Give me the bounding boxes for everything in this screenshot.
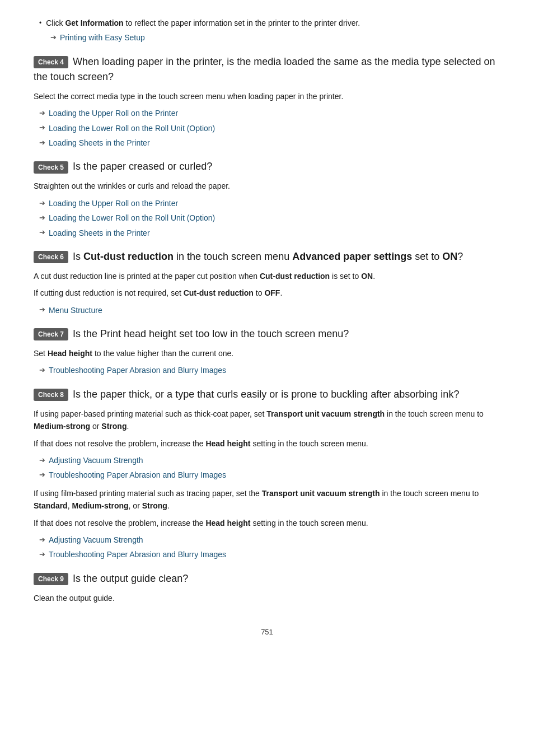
arrow-icon: ➔ [39, 549, 45, 561]
check8-badge: Check 8 [34, 389, 68, 401]
intro-text: Click Get Information to reflect the pap… [46, 17, 360, 29]
upper-roll-link-1[interactable]: Loading the Upper Roll on the Printer [49, 107, 178, 119]
intro-link-row: ➔ Printing with Easy Setup [50, 31, 500, 44]
check4-section: Check 4When loading paper in the printer… [34, 54, 500, 150]
check6-badge: Check 6 [34, 251, 68, 263]
get-info-bold: Get Information [65, 18, 123, 27]
check5-body: Straighten out the wrinkles or curls and… [34, 180, 500, 192]
check8-links2: ➔ Adjusting Vacuum Strength ➔ Troublesho… [34, 534, 500, 561]
check6-link-1: ➔ Menu Structure [39, 304, 500, 316]
troubleshoot-abrasion-link-2[interactable]: Troubleshooting Paper Abrasion and Blurr… [49, 469, 226, 481]
check8-link-1: ➔ Adjusting Vacuum Strength [39, 454, 500, 466]
arrow-icon: ➔ [39, 122, 45, 134]
check9-body: Clean the output guide. [34, 592, 500, 604]
lower-roll-link-2[interactable]: Loading the Lower Roll on the Roll Unit … [49, 212, 215, 224]
check4-badge: Check 4 [34, 56, 68, 68]
check8-link-3: ➔ Adjusting Vacuum Strength [39, 534, 500, 546]
adjusting-vacuum-link-2[interactable]: Adjusting Vacuum Strength [49, 534, 143, 546]
check7-heading: Check 7Is the Print head height set too … [34, 326, 500, 342]
check7-section: Check 7Is the Print head height set too … [34, 326, 500, 377]
printing-easy-setup-link[interactable]: Printing with Easy Setup [60, 31, 145, 44]
troubleshoot-abrasion-link-3[interactable]: Troubleshooting Paper Abrasion and Blurr… [49, 548, 226, 561]
arrow-icon: ➔ [39, 198, 45, 209]
check4-links: ➔ Loading the Upper Roll on the Printer … [34, 107, 500, 149]
check7-links: ➔ Troubleshooting Paper Abrasion and Blu… [34, 364, 500, 376]
check9-badge: Check 9 [34, 573, 68, 585]
arrow-icon: ➔ [39, 304, 45, 316]
arrow-icon: ➔ [39, 534, 45, 546]
check4-heading: Check 4When loading paper in the printer… [34, 54, 500, 85]
sheets-link-2[interactable]: Loading Sheets in the Printer [49, 227, 150, 239]
intro-bullet: • Click Get Information to reflect the p… [39, 17, 500, 29]
sheets-link-1[interactable]: Loading Sheets in the Printer [49, 137, 150, 149]
check9-section: Check 9Is the output guide clean? Clean … [34, 571, 500, 604]
check4-link-2: ➔ Loading the Lower Roll on the Roll Uni… [39, 122, 500, 134]
check5-link-1: ➔ Loading the Upper Roll on the Printer [39, 197, 500, 209]
arrow-icon: ➔ [39, 108, 45, 119]
check8-link-2: ➔ Troubleshooting Paper Abrasion and Blu… [39, 469, 500, 481]
check8-links1: ➔ Adjusting Vacuum Strength ➔ Troublesho… [34, 454, 500, 482]
check4-link-1: ➔ Loading the Upper Roll on the Printer [39, 107, 500, 119]
arrow-icon: ➔ [39, 137, 45, 149]
check8-body4: If that does not resolve the problem, in… [34, 517, 500, 529]
check4-body: Select the correct media type in the tou… [34, 90, 500, 102]
check8-body3: If using film-based printing material su… [34, 487, 500, 512]
check8-heading: Check 8Is the paper thick, or a type tha… [34, 387, 500, 402]
intro-section: • Click Get Information to reflect the p… [34, 17, 500, 44]
check5-links: ➔ Loading the Upper Roll on the Printer … [34, 197, 500, 239]
check7-link-1: ➔ Troubleshooting Paper Abrasion and Blu… [39, 364, 500, 376]
check9-heading: Check 9Is the output guide clean? [34, 571, 500, 586]
check5-link-2: ➔ Loading the Lower Roll on the Roll Uni… [39, 212, 500, 224]
check8-body2: If that does not resolve the problem, in… [34, 437, 500, 450]
check8-body1: If using paper-based printing material s… [34, 408, 500, 433]
check7-body: Set Head height to the value higher than… [34, 347, 500, 360]
check8-section: Check 8Is the paper thick, or a type tha… [34, 387, 500, 561]
bullet-dot: • [39, 18, 41, 29]
arrow-icon: ➔ [50, 32, 57, 44]
check8-link-4: ➔ Troubleshooting Paper Abrasion and Blu… [39, 548, 500, 561]
check5-heading: Check 5Is the paper creased or curled? [34, 159, 500, 174]
adjusting-vacuum-link-1[interactable]: Adjusting Vacuum Strength [49, 454, 143, 466]
check5-link-3: ➔ Loading Sheets in the Printer [39, 227, 500, 239]
menu-structure-link[interactable]: Menu Structure [49, 304, 102, 316]
troubleshoot-abrasion-link-1[interactable]: Troubleshooting Paper Abrasion and Blurr… [49, 364, 226, 376]
arrow-icon: ➔ [39, 455, 45, 466]
arrow-icon: ➔ [39, 227, 45, 239]
check6-body1: A cut dust reduction line is printed at … [34, 270, 500, 282]
check6-heading: Check 6Is Cut-dust reduction in the touc… [34, 249, 500, 264]
check4-link-3: ➔ Loading Sheets in the Printer [39, 137, 500, 149]
arrow-icon: ➔ [39, 365, 45, 376]
check5-section: Check 5Is the paper creased or curled? S… [34, 159, 500, 239]
upper-roll-link-2[interactable]: Loading the Upper Roll on the Printer [49, 197, 178, 209]
check6-body2: If cutting dust reduction is not require… [34, 287, 500, 299]
check5-badge: Check 5 [34, 161, 68, 174]
check7-badge: Check 7 [34, 328, 68, 340]
page-number: 751 [34, 627, 500, 638]
arrow-icon: ➔ [39, 212, 45, 224]
check6-links: ➔ Menu Structure [34, 304, 500, 316]
check6-section: Check 6Is Cut-dust reduction in the touc… [34, 249, 500, 316]
arrow-icon: ➔ [39, 469, 45, 481]
lower-roll-link-1[interactable]: Loading the Lower Roll on the Roll Unit … [49, 122, 215, 134]
